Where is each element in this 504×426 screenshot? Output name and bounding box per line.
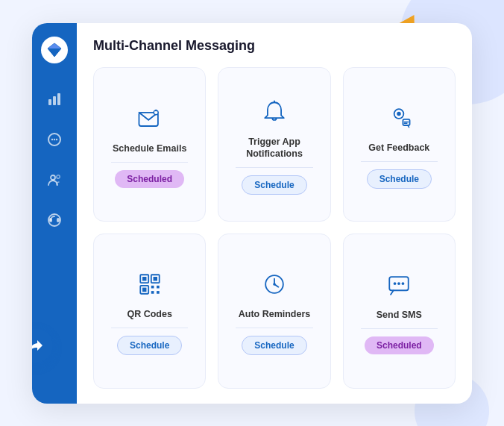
sms-icon (384, 269, 414, 301)
divider (236, 167, 312, 168)
qr-codes-badge[interactable]: Schedule (117, 336, 182, 355)
svg-rect-28 (151, 286, 154, 289)
divider (111, 162, 188, 163)
svg-rect-3 (53, 96, 56, 105)
notification-label: Trigger App Notifications (226, 136, 322, 160)
svg-point-39 (402, 282, 405, 285)
cell-auto-reminders: Auto Reminders Schedule (218, 234, 330, 389)
svg-point-8 (56, 138, 57, 140)
svg-marker-1 (48, 43, 61, 48)
cell-get-feedback: Get Feedback Schedule (343, 67, 456, 222)
email-label: Schedule Emails (113, 142, 186, 154)
sidebar-users-icon[interactable] (42, 168, 66, 192)
get-feedback-badge[interactable]: Schedule (367, 169, 432, 189)
sms-label: Send SMS (377, 309, 422, 321)
divider (236, 328, 312, 328)
email-icon (135, 102, 165, 135)
cell-send-sms: Send SMS Scheduled (343, 234, 456, 389)
svg-rect-23 (142, 277, 146, 281)
send-sms-badge[interactable]: Scheduled (365, 336, 434, 354)
notification-icon (259, 95, 289, 128)
svg-rect-2 (48, 99, 51, 105)
svg-point-38 (397, 282, 400, 285)
feedback-label: Get Feedback (368, 142, 429, 154)
qr-icon (135, 268, 165, 301)
svg-rect-31 (157, 291, 160, 294)
reminders-label: Auto Reminders (239, 308, 311, 320)
auto-reminders-badge[interactable]: Schedule (242, 336, 306, 355)
sidebar-chart-icon[interactable] (42, 87, 66, 111)
svg-point-6 (51, 138, 53, 140)
svg-point-7 (54, 138, 55, 140)
qr-label: QR Codes (127, 308, 171, 320)
diamond-icon (46, 42, 63, 58)
svg-point-37 (394, 282, 397, 285)
divider (361, 328, 438, 329)
sidebar-message-icon[interactable] (42, 128, 66, 151)
svg-point-15 (154, 109, 157, 111)
svg-point-18 (397, 111, 401, 115)
svg-point-9 (51, 175, 55, 180)
cell-trigger-notifications: Trigger App Notifications Schedule (218, 67, 330, 222)
svg-rect-4 (57, 93, 60, 105)
svg-rect-27 (142, 288, 146, 292)
feedback-icon (384, 101, 414, 134)
cell-qr-codes: QR Codes Schedule (93, 234, 206, 389)
sidebar-logo (41, 37, 68, 63)
divider (111, 328, 188, 328)
svg-point-10 (57, 175, 60, 178)
svg-rect-30 (151, 291, 154, 294)
divider (361, 161, 438, 162)
reminder-icon (259, 268, 289, 301)
schedule-emails-badge[interactable]: Scheduled (115, 170, 184, 188)
svg-point-35 (273, 283, 276, 286)
cell-schedule-emails: Schedule Emails Scheduled (93, 67, 206, 222)
feature-grid: Schedule Emails Scheduled Trigger App No… (93, 67, 456, 389)
main-card: Multi-Channel Messaging Schedule Emails … (32, 23, 472, 404)
svg-rect-29 (157, 286, 160, 289)
sidebar-support-icon[interactable] (42, 208, 66, 232)
trigger-notifications-badge[interactable]: Schedule (242, 175, 306, 195)
page-title: Multi-Channel Messaging (93, 38, 456, 54)
svg-rect-25 (153, 277, 157, 281)
main-content: Multi-Channel Messaging Schedule Emails … (77, 23, 472, 404)
